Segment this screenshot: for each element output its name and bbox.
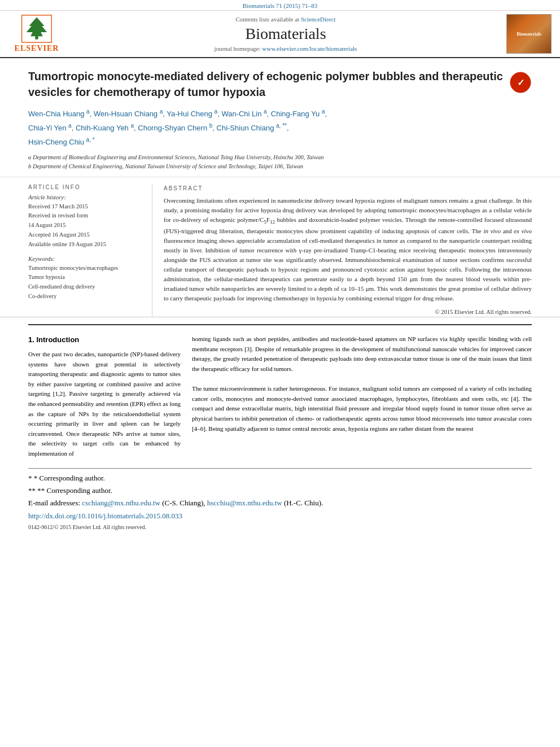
article-header: ✓ Tumortropic monocyte-mediated delivery… xyxy=(0,58,560,177)
footnotes-section: * * Corresponding author. ** ** Correspo… xyxy=(28,468,532,509)
doi-line: http://dx.doi.org/10.1016/j.biomaterials… xyxy=(0,509,560,523)
elsevier-logo: ELSEVIER xyxy=(15,15,59,53)
author-chia-yi: Chia-Yi Yen a xyxy=(28,124,72,132)
journal-reference-bar: Biomaterials 71 (2015) 71–83 xyxy=(0,0,560,11)
available-date: Available online 19 August 2015 xyxy=(28,240,141,250)
keyword-1: Tumortropic monocytes/macrophages xyxy=(28,264,141,273)
journal-title-area: Contents lists available at ScienceDirec… xyxy=(73,14,498,54)
author-wen-chia: Wen-Chia Huang a xyxy=(28,110,90,118)
author-hsin-cheng: Hsin-Cheng Chiu a, * xyxy=(28,138,95,146)
affiliation-b: b Department of Chemical Engineering, Na… xyxy=(28,162,532,171)
issn-line: 0142-9612/© 2015 Elsevier Ltd. All right… xyxy=(0,523,560,531)
author-chi-shiun: Chi-Shiun Chiang a, ** xyxy=(217,124,287,132)
accepted-date: Accepted 16 August 2015 xyxy=(28,230,141,240)
author-chih-kuang: Chih-Kuang Yeh a xyxy=(76,124,134,132)
science-direct-link[interactable]: ScienceDirect xyxy=(301,16,336,23)
homepage-link[interactable]: www.elsevier.com/locate/biomaterials xyxy=(262,45,357,52)
affiliations-block: a Department of Biomedical Engineering a… xyxy=(28,153,532,171)
authors-line: Wen-Chia Huang a, Wen-Hsuan Chiang a, Ya… xyxy=(28,107,532,148)
article-info-label: ARTICLE INFO xyxy=(28,184,141,190)
elsevier-label: ELSEVIER xyxy=(15,44,59,53)
footnote-double-star: ** ** Corresponding author. xyxy=(28,484,532,497)
journal-cover-image: Biomaterials xyxy=(506,14,552,54)
keyword-2: Tumor hypoxia xyxy=(28,273,141,282)
body-content: 1. Introduction Over the past two decade… xyxy=(0,325,560,468)
received-revised-date: 14 August 2015 xyxy=(28,221,141,230)
copyright-text: © 2015 Elsevier Ltd. All rights reserved… xyxy=(164,308,532,317)
affiliation-a: a Department of Biomedical Engineering a… xyxy=(28,153,532,162)
keywords-title: Keywords: xyxy=(28,255,141,262)
received-date: Received 17 March 2015 xyxy=(28,202,141,212)
footnote-email-line: E-mail addresses: cschiang@mx.nthu.edu.t… xyxy=(28,497,532,509)
crossmark-area: ✓ xyxy=(509,71,532,96)
contents-available-text: Contents lists available at ScienceDirec… xyxy=(235,16,335,23)
intro-section-number: 1. Introduction xyxy=(28,334,181,346)
journal-header: ELSEVIER Contents lists available at Sci… xyxy=(0,11,560,58)
email-link-hc[interactable]: hscchiu@mx.nthu.edu.tw xyxy=(207,499,282,507)
author-ching-fang: Ching-Fang Yu a xyxy=(271,110,325,118)
journal-cover-thumb: Biomaterials xyxy=(504,14,554,54)
doi-link[interactable]: http://dx.doi.org/10.1016/j.biomaterials… xyxy=(28,512,182,520)
intro-text-left: Over the past two decades, nanoparticle … xyxy=(28,350,181,459)
author-chorng-shyan: Chorng-Shyan Chern b xyxy=(138,124,212,132)
intro-text-right: homing ligands such as short peptides, a… xyxy=(192,334,532,374)
author-wen-hsuan: Wen-Hsuan Chiang a xyxy=(94,110,163,118)
body-right-column: homing ligands such as short peptides, a… xyxy=(192,334,532,458)
abstract-column: ABSTRACT Overcoming limitations often ex… xyxy=(152,184,532,317)
author-ya-hui: Ya-Hui Cheng a xyxy=(167,110,217,118)
article-history-title: Article history: xyxy=(28,194,141,200)
svg-text:✓: ✓ xyxy=(517,78,524,88)
elsevier-logo-area: ELSEVIER xyxy=(6,14,68,54)
author-wan-chi: Wan-Chi Lin a xyxy=(221,110,266,118)
crossmark-icon: ✓ xyxy=(509,71,532,94)
keyword-4: Co-delivery xyxy=(28,292,141,302)
email-link-cs[interactable]: cschiang@mx.nthu.edu.tw xyxy=(82,499,160,507)
journal-name: Biomaterials xyxy=(245,25,326,43)
article-info-column: ARTICLE INFO Article history: Received 1… xyxy=(28,184,152,317)
svg-marker-2 xyxy=(27,18,47,37)
journal-ref-text: Biomaterials 71 (2015) 71–83 xyxy=(243,2,317,9)
body-left-column: 1. Introduction Over the past two decade… xyxy=(28,334,181,458)
keywords-section: Keywords: Tumortropic monocytes/macropha… xyxy=(28,255,141,302)
homepage-line: journal homepage: www.elsevier.com/locat… xyxy=(215,45,357,52)
received-revised-label: Received in revised form xyxy=(28,211,141,221)
elsevier-tree-icon xyxy=(20,15,54,43)
article-title: Tumortropic monocyte-mediated delivery o… xyxy=(28,68,532,100)
keyword-3: Cell-mediated drug delivery xyxy=(28,282,141,292)
footnote-single-star: * * Corresponding author. xyxy=(28,472,532,484)
intro-text-right-2: The tumor microenvironment is rather het… xyxy=(192,384,532,434)
abstract-label: ABSTRACT xyxy=(164,184,532,193)
abstract-text: Overcoming limitations often experienced… xyxy=(164,196,532,303)
article-info-abstract-section: ARTICLE INFO Article history: Received 1… xyxy=(0,177,560,318)
